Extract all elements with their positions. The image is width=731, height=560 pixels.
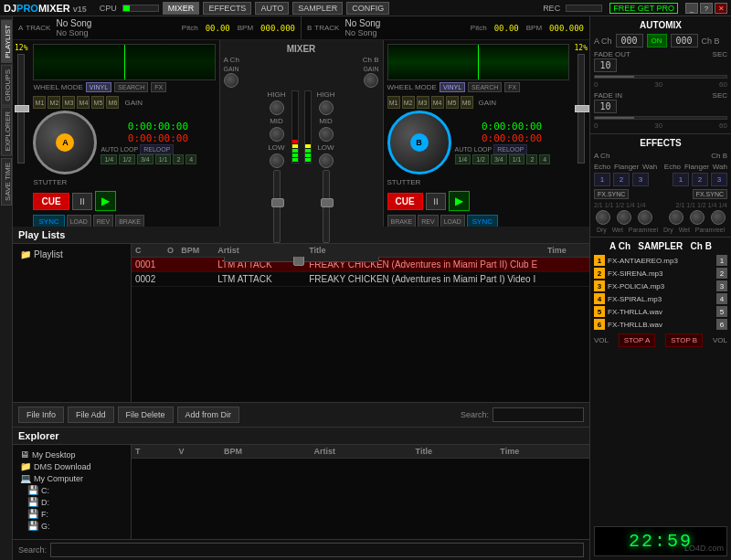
- eq-mid-a[interactable]: [270, 127, 284, 142]
- fx-a-param-knob[interactable]: [638, 210, 652, 225]
- deck-a-pause-btn[interactable]: ⏸: [72, 193, 92, 210]
- sample-5-num[interactable]: 5: [594, 306, 605, 317]
- deck-a-loop-5[interactable]: 2: [173, 154, 184, 164]
- eq-high-b[interactable]: [319, 100, 334, 115]
- sample-2-num[interactable]: 2: [594, 268, 605, 279]
- menu-config[interactable]: CONFIG: [346, 2, 389, 15]
- fx-a-sync-btn[interactable]: FX.SYNC: [594, 189, 629, 199]
- help-btn[interactable]: ?: [700, 3, 713, 14]
- sample-6-num[interactable]: 6: [594, 319, 605, 330]
- eq-low-a[interactable]: [270, 153, 284, 168]
- bottom-search-input[interactable]: [50, 543, 584, 557]
- automix-fade-in-slider[interactable]: [594, 116, 727, 120]
- fx-a-echo-btn[interactable]: 1: [594, 173, 610, 186]
- eq-low-b[interactable]: [319, 153, 334, 168]
- deck-b-hotcue-m4[interactable]: M4: [431, 96, 444, 109]
- explorer-f[interactable]: 💾 F:: [16, 508, 127, 520]
- eq-high-a[interactable]: [270, 100, 284, 115]
- playlist-folder-item[interactable]: 📁 Playlist: [16, 248, 127, 261]
- file-info-btn[interactable]: File Info: [18, 407, 64, 423]
- sample-4-num[interactable]: 4: [594, 293, 605, 304]
- fx-b-wah-btn[interactable]: 3: [711, 173, 727, 186]
- deck-a-vinyl-knob[interactable]: A: [33, 111, 97, 174]
- fx-b-param-knob[interactable]: [711, 210, 726, 225]
- explorer-dms[interactable]: 📁 DMS Download: [16, 460, 127, 472]
- add-from-dir-btn[interactable]: Add from Dir: [177, 407, 240, 423]
- deck-b-reloop-btn[interactable]: RELOOP: [493, 144, 527, 154]
- automix-fade-out-slider[interactable]: [594, 75, 727, 79]
- fx-a-flanger-btn[interactable]: 2: [613, 173, 630, 186]
- playlist-search-input[interactable]: [493, 407, 584, 422]
- side-tab-savetime[interactable]: SAVE TIME: [1, 158, 12, 206]
- fx-b-flanger-btn[interactable]: 2: [692, 173, 708, 186]
- explorer-d[interactable]: 💾 D:: [16, 496, 127, 508]
- deck-b-hotcue-m5[interactable]: M5: [446, 96, 459, 109]
- deck-a-fx-btn[interactable]: FX: [151, 82, 166, 92]
- deck-a-waveform[interactable]: [33, 44, 215, 80]
- volume-fader-b[interactable]: [323, 170, 330, 243]
- pitch-track-b[interactable]: [577, 54, 585, 164]
- automix-fade-out-input[interactable]: [594, 58, 617, 72]
- deck-b-loop-5[interactable]: 2: [526, 154, 537, 164]
- fx-b-echo-btn[interactable]: 1: [673, 173, 689, 186]
- free-pro-badge[interactable]: FREE GET PRO: [609, 3, 678, 14]
- automix-fade-in-input[interactable]: [594, 100, 617, 113]
- sampler-stop-b-btn[interactable]: STOP B: [665, 333, 703, 347]
- deck-b-loop-2[interactable]: 1/2: [472, 154, 489, 164]
- fx-a-wah-btn[interactable]: 3: [632, 173, 649, 186]
- sample-1-num[interactable]: 1: [594, 255, 605, 266]
- deck-a-play-btn[interactable]: ▶: [95, 191, 116, 211]
- close-btn[interactable]: ✕: [715, 3, 727, 14]
- fx-a-dry-knob[interactable]: [596, 210, 610, 225]
- deck-b-loop-1[interactable]: 1/4: [455, 154, 471, 164]
- deck-b-loop-4[interactable]: 1/1: [509, 154, 525, 164]
- deck-b-hotcue-m3[interactable]: M3: [417, 96, 429, 109]
- menu-auto[interactable]: AUTO: [255, 2, 289, 15]
- deck-a-search-btn[interactable]: SEARCH: [114, 82, 148, 92]
- deck-b-vinyl-btn[interactable]: VINYL: [440, 82, 465, 92]
- mixer-gain-knob-a[interactable]: [224, 73, 238, 88]
- sample-2-rnum[interactable]: 2: [716, 268, 727, 279]
- deck-a-hotcue-m4[interactable]: M4: [77, 96, 90, 109]
- deck-a-vinyl-btn[interactable]: VINYL: [86, 82, 111, 92]
- explorer-desktop[interactable]: 🖥 My Desktop: [16, 449, 127, 460]
- deck-b-hotcue-m6[interactable]: M6: [461, 96, 473, 109]
- automix-on-btn[interactable]: ON: [647, 34, 667, 48]
- sample-1-rnum[interactable]: 1: [716, 255, 727, 266]
- explorer-c[interactable]: 💾 C:: [16, 484, 127, 496]
- fx-b-sync-btn[interactable]: FX.SYNC: [693, 189, 727, 199]
- deck-a-reloop-btn[interactable]: RELOOP: [140, 144, 174, 154]
- volume-fader-a[interactable]: [273, 170, 281, 243]
- deck-b-cue-btn[interactable]: CUE: [387, 193, 423, 210]
- fx-b-wet-knob[interactable]: [690, 210, 705, 225]
- sample-3-num[interactable]: 3: [594, 280, 605, 291]
- deck-a-loop-6[interactable]: 4: [185, 154, 196, 164]
- menu-mixer[interactable]: MIXER: [163, 2, 200, 15]
- deck-a-hotcue-m3[interactable]: M3: [62, 96, 75, 109]
- deck-b-waveform[interactable]: [387, 44, 569, 80]
- deck-a-loop-3[interactable]: 3/4: [137, 154, 154, 164]
- sample-3-rnum[interactable]: 3: [716, 280, 727, 291]
- explorer-computer[interactable]: 💻 My Computer: [16, 472, 127, 484]
- deck-b-vinyl-knob[interactable]: B: [387, 111, 451, 174]
- deck-b-play-btn[interactable]: ▶: [449, 191, 470, 211]
- fx-a-wet-knob[interactable]: [617, 210, 631, 225]
- playlist-row-2[interactable]: 0002 LTM ATTACK FREAKY CHICKEN (Adventur…: [132, 272, 589, 287]
- menu-sampler[interactable]: SAMPLER: [292, 2, 343, 15]
- side-tab-explorer[interactable]: EXPLORER: [1, 107, 12, 156]
- minimize-btn[interactable]: _: [685, 3, 698, 14]
- sample-5-rnum[interactable]: 5: [716, 306, 727, 317]
- deck-a-hotcue-m5[interactable]: M5: [91, 96, 104, 109]
- menu-effects[interactable]: EFFECTS: [203, 2, 251, 15]
- mixer-gain-knob-b[interactable]: [364, 73, 378, 88]
- deck-a-loop-4[interactable]: 1/1: [155, 154, 172, 164]
- deck-a-hotcue-m6[interactable]: M6: [106, 96, 119, 109]
- deck-b-hotcue-m2[interactable]: M2: [402, 96, 415, 109]
- file-delete-btn[interactable]: File Delete: [118, 407, 174, 423]
- deck-a-hotcue-m1[interactable]: M1: [33, 96, 46, 109]
- explorer-g[interactable]: 💾 G:: [16, 520, 127, 532]
- deck-a-cue-btn[interactable]: CUE: [33, 193, 69, 210]
- side-tab-groups[interactable]: GROUPS: [1, 65, 12, 106]
- automix-ch-a-val[interactable]: [616, 34, 643, 48]
- sample-4-rnum[interactable]: 4: [716, 293, 727, 304]
